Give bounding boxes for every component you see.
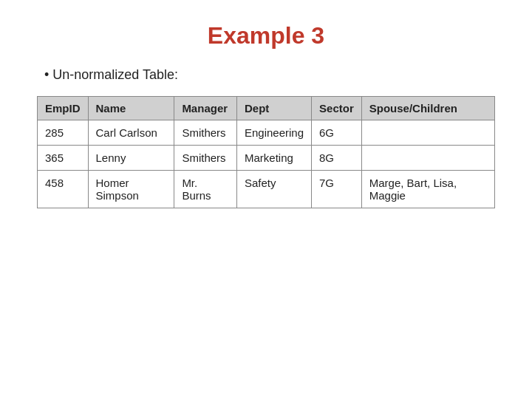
- table-header-row: EmpID Name Manager Dept Sector Spouse/Ch…: [38, 97, 495, 120]
- cell-name: Lenny: [88, 146, 174, 171]
- cell-dept: Engineering: [236, 120, 311, 146]
- table-row: 285Carl CarlsonSmithersEngineering6G: [38, 120, 495, 146]
- col-header-sector: Sector: [312, 97, 362, 120]
- cell-sector: 8G: [312, 146, 362, 171]
- cell-sector: 6G: [312, 120, 362, 146]
- table-row: 458Homer SimpsonMr. BurnsSafety7GMarge, …: [38, 171, 495, 208]
- table-row: 365LennySmithersMarketing8G: [38, 146, 495, 171]
- page-title: Example 3: [37, 22, 495, 50]
- cell-spouse-children: [361, 120, 494, 146]
- table-container: EmpID Name Manager Dept Sector Spouse/Ch…: [37, 96, 495, 208]
- cell-sector: 7G: [312, 171, 362, 208]
- cell-name: Carl Carlson: [88, 120, 174, 146]
- col-header-dept: Dept: [236, 97, 311, 120]
- col-header-name: Name: [88, 97, 174, 120]
- cell-manager: Mr. Burns: [174, 171, 237, 208]
- cell-dept: Marketing: [236, 146, 311, 171]
- cell-empid: 285: [38, 120, 89, 146]
- cell-spouse-children: [361, 146, 494, 171]
- cell-name: Homer Simpson: [88, 171, 174, 208]
- cell-spouse-children: Marge, Bart, Lisa, Maggie: [361, 171, 494, 208]
- col-header-manager: Manager: [174, 97, 237, 120]
- data-table: EmpID Name Manager Dept Sector Spouse/Ch…: [37, 96, 495, 208]
- cell-manager: Smithers: [174, 120, 237, 146]
- cell-empid: 365: [38, 146, 89, 171]
- col-header-empid: EmpID: [38, 97, 89, 120]
- cell-manager: Smithers: [174, 146, 237, 171]
- subtitle: • Un-normalized Table:: [37, 67, 178, 83]
- cell-empid: 458: [38, 171, 89, 208]
- cell-dept: Safety: [236, 171, 311, 208]
- col-header-spouse: Spouse/Children: [361, 97, 494, 120]
